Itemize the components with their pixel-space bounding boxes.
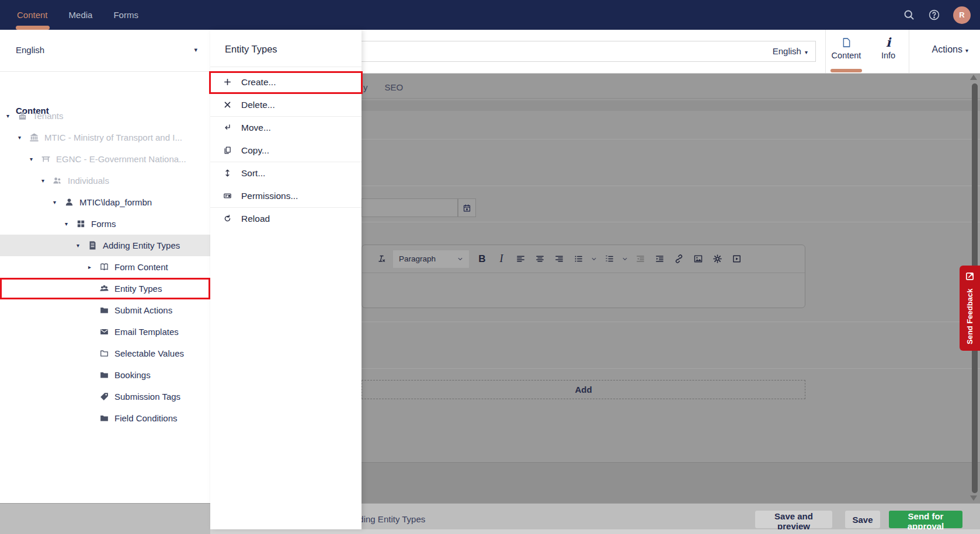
document-text-icon	[88, 240, 102, 250]
tenants-icon	[18, 111, 32, 121]
tree-item-individuals[interactable]: ▾Individuals	[0, 170, 210, 191]
tree-item-forms[interactable]: ▾Forms	[0, 213, 210, 235]
tree-item-mtic-ministry-of-transport-and-i[interactable]: ▾MTIC - Ministry of Transport and I...	[0, 127, 210, 148]
content-tab-seo[interactable]: SEO	[385, 82, 404, 92]
menu-item-label: Move...	[241, 123, 271, 133]
image-icon[interactable]	[689, 254, 708, 264]
workspace-tab-content[interactable]: Content	[825, 30, 867, 73]
search-icon[interactable]	[903, 9, 915, 21]
nav-item-forms[interactable]: Forms	[113, 10, 138, 20]
menu-item-sort[interactable]: Sort...	[210, 162, 362, 185]
save-and-preview-button[interactable]: Save and preview	[755, 511, 832, 528]
actions-dropdown[interactable]: Actions▾	[932, 44, 969, 55]
numbered-list-icon[interactable]	[600, 254, 619, 264]
tree-item-email-templates[interactable]: Email Templates	[0, 321, 210, 343]
tree-item-adding-entity-types[interactable]: ▾Adding Entity Types	[0, 235, 210, 256]
menu-item-copy[interactable]: Copy...	[210, 139, 362, 162]
tree-item-bookings[interactable]: Bookings	[0, 364, 210, 386]
caret-down-icon[interactable]: ▾	[18, 134, 29, 141]
divider	[362, 368, 980, 369]
save-button[interactable]: Save	[845, 511, 880, 528]
divider	[362, 322, 980, 322]
workspace-tab-info[interactable]: iInfo	[867, 30, 909, 73]
content-tab-y[interactable]: y	[363, 82, 368, 92]
scrollbar-down-arrow[interactable]	[970, 495, 977, 501]
tree-item-label: Field Conditions	[114, 413, 178, 423]
bullet-list-icon[interactable]	[569, 254, 588, 264]
book-icon	[99, 262, 113, 272]
x-icon	[223, 100, 241, 110]
italic-icon[interactable]: I	[492, 254, 511, 264]
menu-item-delete[interactable]: Delete...	[210, 94, 362, 117]
clear-format-icon[interactable]	[371, 254, 391, 264]
add-button[interactable]: Add	[362, 380, 805, 399]
bold-icon[interactable]: B	[472, 254, 492, 264]
tree-item-label: Form Content	[114, 262, 168, 272]
outdent-icon[interactable]	[631, 254, 650, 264]
caret-down-icon[interactable]: ▾	[65, 221, 76, 227]
divider	[362, 139, 980, 139]
sidebar: English ▾ Content ▾Tenants▾MTIC - Minist…	[0, 30, 210, 534]
divider	[210, 67, 362, 67]
nav-item-content[interactable]: Content	[17, 10, 48, 20]
caret-right-icon[interactable]: ▸	[88, 264, 99, 270]
help-icon[interactable]	[928, 9, 940, 21]
tree-item-form-content[interactable]: ▸Form Content	[0, 256, 210, 278]
menu-item-move[interactable]: Move...	[210, 116, 362, 139]
top-nav: ContentMediaFormsR	[0, 0, 980, 30]
menu-item-reload[interactable]: Reload	[210, 207, 362, 231]
align-left-icon[interactable]	[511, 254, 530, 264]
menu-item-permissions[interactable]: Permissions...	[210, 185, 362, 208]
person-icon	[64, 197, 78, 207]
tree-item-submit-actions[interactable]: Submit Actions	[0, 299, 210, 321]
rich-text-editor[interactable]: ParagraphBI	[362, 245, 805, 308]
tree-item-label: Email Templates	[114, 327, 179, 337]
date-input[interactable]	[362, 198, 458, 217]
caret-down-icon[interactable]: ▾	[30, 156, 41, 162]
caret-down-icon[interactable]: ▾	[6, 113, 18, 119]
caret-down-icon[interactable]: ▾	[53, 199, 64, 205]
folder-outline-icon	[99, 348, 113, 358]
variant-language-dropdown[interactable]: English▾	[773, 46, 808, 56]
embed-icon[interactable]	[727, 254, 746, 264]
link-icon[interactable]	[669, 254, 689, 264]
tree-item-egnc-e-government-nationa[interactable]: ▾EGNC - E-Government Nationa...	[0, 148, 210, 170]
tree-item-mtic-ldap-formbn[interactable]: ▾MTIC\ldap_formbn	[0, 191, 210, 213]
document-name-input[interactable]: English▾	[350, 41, 816, 62]
active-nav-underline	[16, 26, 50, 30]
scrollbar-up-arrow[interactable]	[970, 75, 977, 80]
align-center-icon[interactable]	[530, 254, 550, 264]
caret-down-icon[interactable]: ▾	[41, 177, 53, 184]
divider	[362, 186, 980, 186]
calendar-picker-button[interactable]	[458, 198, 476, 217]
tree-item-submission-tags[interactable]: Submission Tags	[0, 386, 210, 407]
workspace-tab-label: Info	[881, 51, 895, 60]
chevron-down-icon[interactable]	[588, 254, 600, 264]
calendar-icon	[463, 204, 471, 212]
tree-item-label: Bookings	[114, 370, 151, 380]
chevron-down-icon[interactable]	[619, 254, 631, 264]
tree-item-label: MTIC\ldap_formbn	[79, 197, 152, 207]
avatar[interactable]: R	[953, 6, 971, 24]
send-feedback-button[interactable]: Send Feedback	[960, 266, 980, 351]
nav-item-media[interactable]: Media	[69, 10, 93, 20]
variant-language-value: English	[773, 46, 801, 56]
send-for-approval-button[interactable]: Send for approval	[889, 511, 962, 528]
tree-item-label: Forms	[91, 219, 116, 229]
caret-down-icon[interactable]: ▾	[77, 242, 88, 249]
tree-item-entity-types[interactable]: Entity Types	[0, 278, 210, 299]
tree-item-label: Selectable Values	[114, 348, 184, 358]
menu-item-create[interactable]: Create...	[210, 71, 362, 94]
tag-icon	[99, 392, 113, 402]
align-right-icon[interactable]	[550, 254, 569, 264]
paragraph-style-select[interactable]: Paragraph	[393, 250, 469, 268]
settings-icon[interactable]	[708, 254, 727, 264]
tree-item-selectable-values[interactable]: Selectable Values	[0, 343, 210, 364]
indent-icon[interactable]	[650, 254, 669, 264]
content-app-tabs: ySEO	[363, 78, 403, 96]
tree-item-tenants[interactable]: ▾Tenants	[0, 105, 210, 127]
tree-item-field-conditions[interactable]: Field Conditions	[0, 407, 210, 429]
section-band	[362, 100, 980, 111]
sidebar-language-selector[interactable]: English ▾	[0, 30, 210, 72]
document-icon	[841, 36, 852, 49]
